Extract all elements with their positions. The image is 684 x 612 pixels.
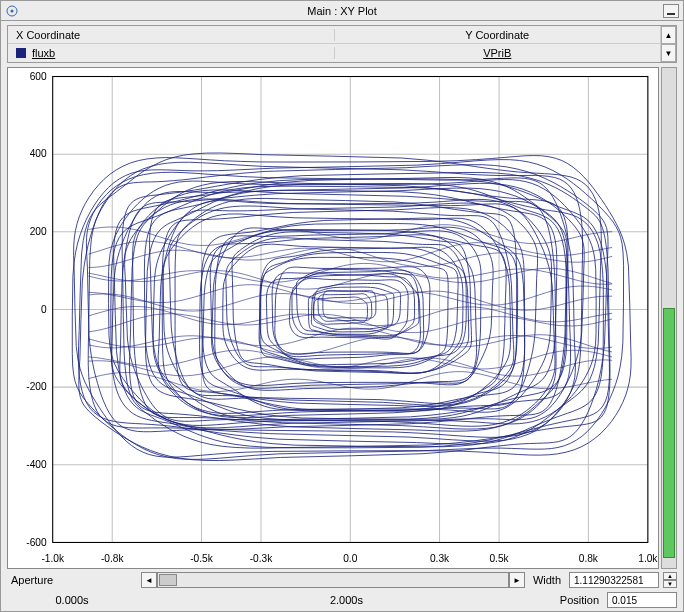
legend-x-series: fluxb xyxy=(32,47,55,59)
position-input[interactable] xyxy=(607,592,677,608)
series-color-swatch xyxy=(16,48,26,58)
legend-header-x: X Coordinate xyxy=(8,29,335,41)
width-input[interactable] xyxy=(569,572,659,588)
bottom-bar: Aperture ◄ ► Width ▲ ▼ 0.000s 2.000s Pos… xyxy=(7,571,677,609)
hscroll-left[interactable]: ◄ xyxy=(141,572,157,588)
svg-text:-200: -200 xyxy=(26,381,47,392)
vscroll-thumb[interactable] xyxy=(663,308,675,558)
legend-scroll-down[interactable]: ▼ xyxy=(661,44,676,62)
width-down[interactable]: ▼ xyxy=(663,580,677,588)
svg-text:200: 200 xyxy=(30,226,47,237)
svg-text:-0.3k: -0.3k xyxy=(250,552,273,563)
width-label: Width xyxy=(529,574,565,586)
legend-scrollbar: ▲ ▼ xyxy=(660,26,676,62)
svg-text:-400: -400 xyxy=(26,459,47,470)
hscroll-right[interactable]: ► xyxy=(509,572,525,588)
svg-text:0.8k: 0.8k xyxy=(579,552,599,563)
legend-header: X Coordinate Y Coordinate xyxy=(8,26,660,44)
legend-table: X Coordinate Y Coordinate fluxb VPriB ▲ … xyxy=(7,25,677,63)
horizontal-scrollbar[interactable]: ◄ ► xyxy=(141,572,525,588)
minimize-button[interactable] xyxy=(663,4,679,18)
xy-plot[interactable]: -1.0k-0.8k-0.5k-0.3k0.00.3k0.5k0.8k1.0k-… xyxy=(7,67,659,569)
svg-text:600: 600 xyxy=(30,70,47,81)
svg-text:-600: -600 xyxy=(26,536,47,547)
vertical-scrollbar[interactable] xyxy=(661,67,677,569)
width-spinner: ▲ ▼ xyxy=(663,572,677,588)
legend-scroll-up[interactable]: ▲ xyxy=(661,26,676,44)
svg-text:1.0k: 1.0k xyxy=(638,552,658,563)
time-start: 0.000s xyxy=(7,594,137,606)
svg-text:0.5k: 0.5k xyxy=(489,552,509,563)
hscroll-track[interactable] xyxy=(157,572,509,588)
hscroll-thumb[interactable] xyxy=(159,574,177,586)
plot-container: -1.0k-0.8k-0.5k-0.3k0.00.3k0.5k0.8k1.0k-… xyxy=(7,67,677,569)
svg-text:-0.5k: -0.5k xyxy=(190,552,213,563)
legend-row[interactable]: fluxb VPriB xyxy=(8,44,660,62)
svg-text:-0.8k: -0.8k xyxy=(101,552,124,563)
svg-point-1 xyxy=(11,9,14,12)
svg-text:0.0: 0.0 xyxy=(343,552,357,563)
svg-text:400: 400 xyxy=(30,148,47,159)
width-up[interactable]: ▲ xyxy=(663,572,677,580)
window-title: Main : XY Plot xyxy=(1,5,683,17)
app-icon xyxy=(5,4,19,18)
svg-text:0: 0 xyxy=(41,303,47,314)
time-end: 2.000s xyxy=(141,594,552,606)
titlebar: Main : XY Plot xyxy=(1,1,683,21)
svg-text:-1.0k: -1.0k xyxy=(41,552,64,563)
position-label: Position xyxy=(556,594,603,606)
xy-plot-window: Main : XY Plot X Coordinate Y Coordinate… xyxy=(0,0,684,612)
aperture-label: Aperture xyxy=(7,574,137,586)
legend-header-y: Y Coordinate xyxy=(335,29,661,41)
legend-y-series: VPriB xyxy=(483,47,511,59)
svg-text:0.3k: 0.3k xyxy=(430,552,450,563)
